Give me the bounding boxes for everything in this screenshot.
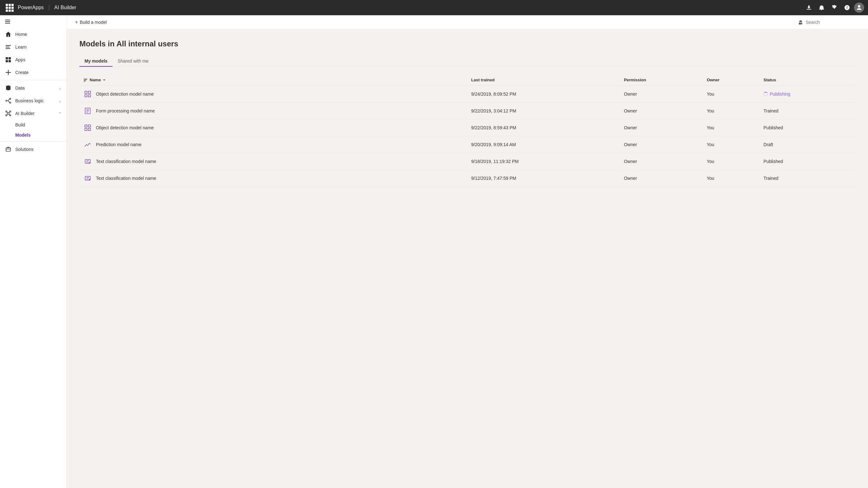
model-name-cell: Text classification model name [83,174,464,183]
last-trained-cell: 9/22/2019, 3:04:12 PM [467,102,620,119]
sidebar-collapse-button[interactable] [0,15,66,28]
table-row[interactable]: Text classification model name 9/12/2019… [80,170,855,187]
col-header-owner: Owner [707,78,719,82]
publishing-spinner [764,92,768,96]
permission-cell: Owner [620,86,703,102]
model-icon-text-classification [83,174,92,183]
permission-cell: Owner [620,170,703,187]
sidebar-item-apps[interactable]: Apps [0,53,66,66]
data-chevron-icon: ⌄ [59,86,61,90]
model-name-cell: Prediction model name [83,140,464,149]
owner-cell: You [703,119,760,136]
sidebar-item-data[interactable]: Data ⌄ [0,82,66,94]
svg-line-21 [7,114,8,115]
model-name: Object detection model name [96,125,154,130]
sidebar-sub-item-build[interactable]: Build [0,120,66,130]
permission-cell: Owner [620,102,703,119]
sidebar-item-learn-label: Learn [15,44,61,50]
home-icon [5,31,11,37]
tab-my-models[interactable]: My models [80,56,113,67]
svg-point-26 [86,79,87,80]
permission-cell: Owner [620,153,703,170]
search-bar [793,20,863,25]
svg-rect-1 [5,21,10,22]
sidebar-item-home[interactable]: Home [0,28,66,41]
waffle-menu-button[interactable] [4,2,15,13]
ai-builder-chevron-icon: ⌃ [59,112,61,115]
svg-line-19 [7,112,8,113]
sidebar-item-data-label: Data [15,86,55,91]
settings-button[interactable] [829,2,840,13]
sidebar-item-ai-builder[interactable]: AI Builder ⌃ [0,107,66,120]
model-icon-object-detection [83,123,92,132]
model-icon-object-detection [83,90,92,98]
help-button[interactable] [841,2,853,13]
sidebar-sub-item-models[interactable]: Models [0,130,66,140]
business-logic-icon [5,97,11,104]
table-row[interactable]: Prediction model name 9/20/2019, 9:09:14… [80,136,855,153]
col-header-permission: Permission [624,78,646,82]
svg-rect-5 [6,48,10,49]
plus-icon: + [75,20,78,25]
table-row[interactable]: Text classification model name 9/18/2019… [80,153,855,170]
model-name: Prediction model name [96,142,142,147]
svg-point-13 [9,102,11,103]
svg-point-25 [84,79,85,80]
permission-cell: Owner [620,119,703,136]
command-bar: + Build a model [67,15,868,29]
notifications-button[interactable] [816,2,827,13]
models-table: Name Last trained Permission Owner Statu… [80,74,855,187]
user-avatar[interactable] [854,3,864,13]
table-row[interactable]: Object detection model name 9/24/2019, 8… [80,86,855,102]
owner-cell: You [703,86,760,102]
svg-point-16 [9,111,11,112]
last-trained-cell: 9/12/2019, 7:47:59 PM [467,170,620,187]
svg-point-11 [6,100,7,101]
model-name-cell: Form processing model name [83,106,464,115]
search-input[interactable] [806,20,863,25]
sidebar-item-create-label: Create [15,70,61,75]
model-name-cell: Text classification model name [83,157,464,166]
last-trained-cell: 9/24/2019, 8:09:52 PM [467,86,620,102]
ai-builder-icon [5,110,11,117]
model-name: Form processing model name [96,108,155,114]
status-cell: Publishing [764,92,851,97]
svg-point-15 [6,111,7,112]
sidebar-sub-models-label: Models [15,132,31,138]
model-name-cell: Object detection model name [83,123,464,132]
create-icon [5,69,11,75]
learn-icon [5,44,11,50]
sidebar-item-learn[interactable]: Learn [0,41,66,53]
svg-rect-4 [6,47,9,47]
sidebar: Home Learn Apps Create Data [0,15,67,488]
search-icon [799,20,803,25]
tab-shared-with-me-label: Shared with me [118,58,148,64]
status-cell: Trained [764,108,778,114]
build-model-button[interactable]: + Build a model [72,18,110,27]
sidebar-item-business-logic[interactable]: Business logic ⌄ [0,94,66,107]
model-name-cell: Object detection model name [83,90,464,98]
model-name: Text classification model name [96,176,156,181]
sidebar-item-ai-builder-label: AI Builder [15,111,55,116]
download-button[interactable] [803,2,815,13]
col-header-name: Name [90,78,101,82]
table-row[interactable]: Object detection model name 9/22/2019, 8… [80,119,855,136]
svg-rect-8 [6,60,8,62]
svg-rect-23 [6,148,10,151]
svg-rect-39 [85,125,87,127]
sidebar-item-apps-label: Apps [15,57,61,62]
sidebar-item-business-logic-label: Business logic [15,98,55,103]
svg-rect-9 [8,60,11,62]
svg-point-17 [6,115,7,116]
topbar: PowerApps AI Builder [0,0,868,15]
sort-down-icon [103,79,106,82]
svg-line-22 [9,114,9,115]
svg-rect-2 [5,23,10,24]
sidebar-item-solutions[interactable]: Solutions [0,143,66,156]
svg-rect-33 [85,95,87,97]
owner-cell: You [703,153,760,170]
sidebar-item-create[interactable]: Create [0,66,66,79]
col-header-last-trained: Last trained [471,78,495,82]
table-row[interactable]: Form processing model name 9/22/2019, 3:… [80,102,855,119]
tab-shared-with-me[interactable]: Shared with me [113,56,153,67]
